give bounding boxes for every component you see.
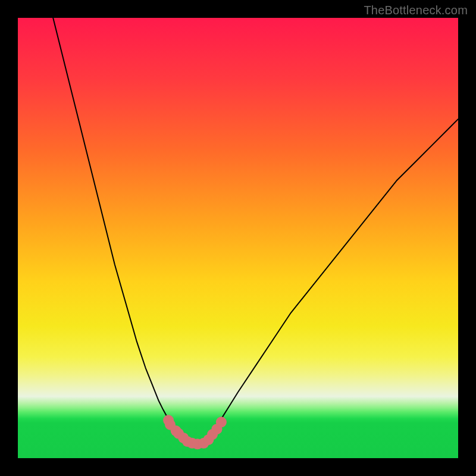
curve-right-arm — [194, 119, 458, 444]
lines-layer — [53, 18, 458, 444]
chart-frame: TheBottleneck.com — [0, 0, 476, 476]
curve-left-arm — [53, 18, 194, 444]
plot-area — [18, 18, 458, 458]
curve-svg — [18, 18, 458, 458]
watermark-text: TheBottleneck.com — [364, 4, 468, 17]
data-marker — [216, 416, 227, 427]
markers-layer — [163, 415, 227, 449]
